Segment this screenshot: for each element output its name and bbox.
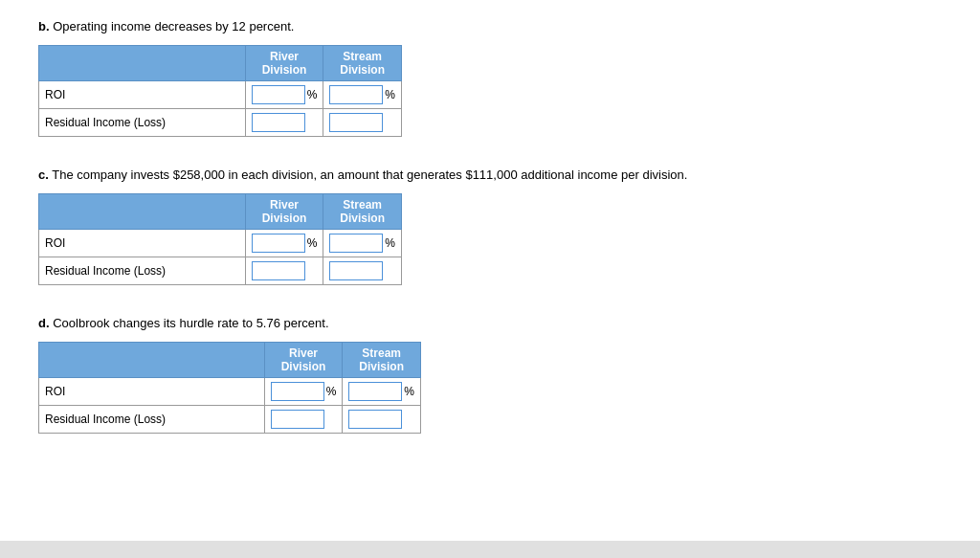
d-residual-river-cell: [264, 406, 343, 434]
section-c-label: c. The company invests $258,000 in each …: [38, 167, 942, 182]
d-row-residual: Residual Income (Loss): [39, 406, 421, 434]
b-residual-river-cell: [245, 109, 323, 137]
section-d-letter: d.: [38, 316, 50, 330]
b-roi-stream-input[interactable]: [329, 85, 383, 104]
c-roi-stream-pct: %: [385, 236, 395, 250]
b-residual-label: Residual Income (Loss): [39, 109, 246, 137]
c-residual-stream-input[interactable]: [329, 261, 383, 280]
d-residual-river-input[interactable]: [271, 410, 324, 429]
d-header-stream: Stream Division: [343, 343, 421, 378]
section-d-table: River Division Stream Division ROI % %: [38, 342, 421, 434]
b-residual-stream-cell: [323, 109, 402, 137]
c-row-residual: Residual Income (Loss): [39, 257, 402, 285]
d-roi-stream-cell: %: [343, 378, 421, 406]
b-roi-river-input[interactable]: [252, 85, 305, 104]
b-row-roi: ROI % %: [39, 81, 402, 109]
section-d: d. Coolbrook changes its hurdle rate to …: [38, 316, 942, 434]
d-roi-stream-pct: %: [404, 385, 414, 398]
d-roi-river-cell: %: [264, 378, 343, 406]
b-residual-river-input[interactable]: [252, 113, 305, 132]
d-residual-label: Residual Income (Loss): [39, 406, 265, 434]
section-c-letter: c.: [38, 167, 49, 182]
c-roi-river-input[interactable]: [252, 234, 305, 253]
c-residual-river-input[interactable]: [252, 261, 305, 280]
d-roi-river-pct: %: [326, 385, 337, 398]
section-c: c. The company invests $258,000 in each …: [38, 167, 942, 285]
d-header-river: River Division: [264, 343, 343, 378]
d-residual-stream-cell: [343, 406, 421, 434]
b-roi-label: ROI: [39, 81, 246, 109]
section-c-text: The company invests $258,000 in each div…: [52, 167, 687, 182]
b-residual-stream-input[interactable]: [329, 113, 383, 132]
c-residual-label: Residual Income (Loss): [39, 257, 246, 285]
b-header-river: RiverDivision: [245, 46, 323, 81]
b-header-empty: [39, 46, 246, 81]
section-c-table: RiverDivision StreamDivision ROI % %: [38, 193, 402, 285]
b-header-stream: StreamDivision: [323, 46, 402, 81]
c-roi-river-pct: %: [307, 236, 318, 250]
b-roi-river-cell: %: [245, 81, 323, 109]
b-roi-stream-cell: %: [323, 81, 402, 109]
c-residual-river-cell: [245, 257, 323, 285]
b-roi-stream-pct: %: [385, 88, 395, 101]
section-b-table: RiverDivision StreamDivision ROI % %: [38, 45, 402, 137]
d-header-empty: [39, 343, 265, 378]
d-roi-river-input[interactable]: [271, 382, 324, 401]
d-residual-stream-input[interactable]: [348, 410, 402, 429]
c-header-river: RiverDivision: [245, 194, 323, 230]
c-residual-stream-cell: [323, 257, 402, 285]
section-d-text: Coolbrook changes its hurdle rate to 5.7…: [53, 316, 328, 330]
c-row-roi: ROI % %: [39, 230, 402, 257]
section-b-letter: b.: [38, 19, 50, 33]
d-roi-label: ROI: [39, 378, 265, 406]
section-b: b. Operating income decreases by 12 perc…: [38, 19, 942, 137]
d-roi-stream-input[interactable]: [348, 382, 402, 401]
b-row-residual: Residual Income (Loss): [39, 109, 402, 137]
section-b-label: b. Operating income decreases by 12 perc…: [38, 19, 942, 33]
c-header-empty: [39, 194, 246, 230]
c-roi-river-cell: %: [245, 230, 323, 257]
section-d-label: d. Coolbrook changes its hurdle rate to …: [38, 316, 942, 330]
b-roi-river-pct: %: [307, 88, 318, 101]
section-b-text: Operating income decreases by 12 percent…: [53, 19, 294, 33]
c-roi-stream-cell: %: [323, 230, 402, 257]
d-row-roi: ROI % %: [39, 378, 421, 406]
c-roi-label: ROI: [39, 230, 246, 257]
c-roi-stream-input[interactable]: [329, 234, 383, 253]
c-header-stream: StreamDivision: [323, 194, 402, 230]
